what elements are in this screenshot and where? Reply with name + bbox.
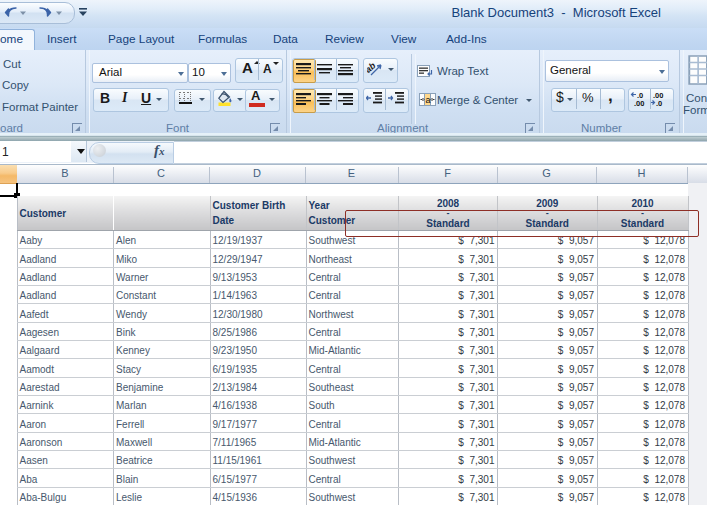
svg-text:.0: .0: [656, 99, 662, 108]
svg-text:.00: .00: [634, 99, 644, 108]
svg-text:a: a: [426, 95, 431, 105]
